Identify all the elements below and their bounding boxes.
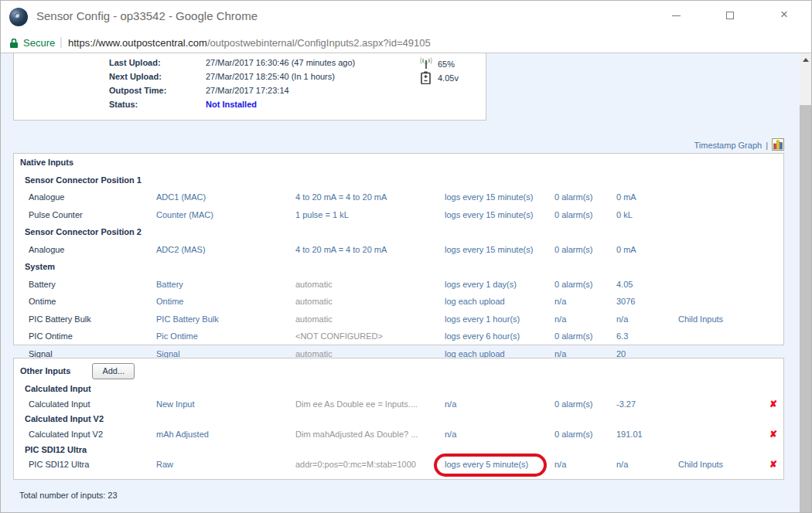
status-row-label: Last Upload: [109, 56, 161, 70]
input-group-header: Sensor Connector Position 1 [14, 172, 783, 189]
input-row: Pulse CounterCounter (MAC)1 pulse = 1 kL… [14, 206, 783, 224]
padlock-icon [9, 38, 19, 49]
input-row: AnalogueADC2 (MAS)4 to 20 mA = 4 to 20 m… [14, 241, 783, 259]
input-config: 4 to 20 mA = 4 to 20 mA [295, 241, 387, 259]
input-group-header: System [14, 258, 783, 276]
input-alarms: 0 alarm(s) [554, 276, 593, 294]
input-name-link[interactable]: mAh Adjusted [156, 427, 209, 443]
child-inputs-link[interactable]: Child Inputs [678, 457, 723, 473]
input-group-header: Calculated Input V2 [14, 412, 783, 427]
input-group-header: Sensor Connector Position 2 [14, 223, 783, 241]
input-row: BatteryBatteryautomaticlogs every 1 day(… [14, 276, 783, 294]
input-config: 4 to 20 mA = 4 to 20 mA [295, 189, 387, 206]
status-row-label: Outpost Time: [109, 83, 166, 97]
status-row-value: 27/Mar/2017 17:23:14 [206, 83, 289, 97]
status-row-value: 27/Mar/2017 18:25:40 (In 1 hours) [206, 70, 335, 83]
input-config: Dim mahAdjusted As Double? ... [295, 427, 418, 443]
input-type-label: Calculated Input [29, 397, 90, 413]
input-name-link[interactable]: Battery [156, 276, 183, 294]
status-row-value: 27/Mar/2017 16:30:46 (47 minutes ago) [206, 56, 355, 70]
graph-link-row: Timestamp Graph| [694, 138, 784, 152]
minimize-button[interactable] [663, 1, 689, 29]
input-name-link[interactable]: PIC Battery Bulk [156, 311, 219, 328]
input-config: automatic [295, 276, 333, 294]
vertical-scrollbar[interactable] [800, 53, 812, 513]
input-name-link[interactable]: Ontime [156, 293, 183, 311]
input-alarms: n/a [554, 293, 566, 311]
total-inputs-label: Total number of inputs: 23 [19, 491, 118, 500]
delete-input-button[interactable]: ✘ [769, 427, 777, 443]
input-logging: logs every 6 hour(s) [445, 328, 520, 345]
input-config: automatic [295, 293, 333, 311]
input-row: Calculated Input V2mAh AdjustedDim mahAd… [14, 427, 783, 443]
input-type-label: Ontime [29, 293, 56, 311]
input-type-label: Battery [29, 276, 56, 294]
antenna-icon [419, 57, 433, 70]
input-name-link[interactable]: Raw [156, 457, 173, 473]
input-name-link[interactable]: ADC1 (MAC) [156, 189, 206, 206]
input-logging: logs every 15 minute(s) [445, 241, 533, 259]
graph-link-separator: | [766, 141, 768, 150]
url-path: /outpostwebinternal/ConfigInputs2.aspx?i… [207, 37, 431, 49]
signal-percentage: 65% [438, 57, 455, 71]
title-bar: Sensor Config - op33542 - Google Chrome … [1, 1, 811, 33]
input-name-link[interactable]: Pic Ontime [156, 328, 198, 345]
input-row: PIC Battery BulkPIC Battery Bulkautomati… [14, 311, 783, 328]
input-current-value: 0 mA [616, 241, 636, 259]
input-logging: n/a [445, 397, 456, 413]
input-row: OntimeOntimeautomaticlog each uploadn/a3… [14, 293, 783, 311]
status-row-label: Status: [109, 97, 138, 111]
page-content: Last Upload:27/Mar/2017 16:30:46 (47 min… [1, 53, 812, 513]
bar-chart-icon[interactable] [772, 138, 784, 151]
delete-input-button[interactable]: ✘ [769, 457, 777, 473]
input-group-header: PIC SDI12 Ultra [14, 443, 783, 458]
input-logging: logs every 15 minute(s) [445, 206, 533, 224]
input-logging: n/a [445, 427, 456, 443]
input-type-label: PIC SDI12 Ultra [29, 457, 89, 473]
scroll-up-arrow-icon[interactable] [800, 53, 812, 66]
input-row: PIC SDI12 UltraRawaddr=0:pos=0:mc=M:stab… [14, 457, 783, 473]
input-name-link[interactable]: Counter (MAC) [156, 206, 213, 224]
input-alarms: 0 alarm(s) [554, 328, 593, 345]
input-type-label: Analogue [29, 241, 65, 259]
input-config: automatic [295, 311, 333, 328]
battery-voltage: 4.05v [438, 71, 459, 85]
battery-icon [421, 71, 431, 84]
input-type-label: PIC Battery Bulk [29, 311, 91, 328]
input-config: <NOT CONFIGURED> [295, 328, 383, 345]
other-inputs-panel: Other InputsAdd...Calculated InputCalcul… [13, 358, 784, 480]
section-title: Native Inputs [20, 158, 73, 167]
input-logging: logs every 1 hour(s) [445, 311, 520, 328]
url-text[interactable]: https://www.outpostcentral.com/outpostwe… [68, 37, 431, 49]
input-current-value: -3.27 [616, 397, 636, 413]
input-name-link[interactable]: New Input [156, 397, 195, 413]
timestamp-graph-link[interactable]: Timestamp Graph [694, 141, 763, 150]
input-current-value: 0 mA [616, 189, 636, 206]
status-badge: Not Installed [206, 97, 257, 111]
input-current-value: n/a [616, 311, 628, 328]
input-logging: logs every 5 minute(s) [445, 457, 528, 473]
url-bar[interactable]: Secure | https://www.outpostcentral.com/… [1, 33, 811, 53]
input-logging: logs every 1 day(s) [445, 276, 517, 294]
input-current-value: 3076 [616, 293, 635, 311]
close-button[interactable]: × [771, 1, 797, 29]
add-input-button[interactable]: Add... [92, 363, 135, 379]
input-alarms: n/a [554, 311, 566, 328]
input-row: Calculated InputNew InputDim ee As Doubl… [14, 397, 783, 413]
delete-input-button[interactable]: ✘ [769, 397, 777, 413]
input-name-link[interactable]: ADC2 (MAS) [156, 241, 206, 259]
section-title: Other Inputs [20, 366, 70, 375]
input-alarms: 0 alarm(s) [554, 427, 593, 443]
child-inputs-link[interactable]: Child Inputs [678, 311, 723, 328]
input-alarms: n/a [554, 457, 566, 473]
input-logging: logs every 15 minute(s) [445, 189, 533, 206]
window-title: Sensor Config - op33542 - Google Chrome [36, 9, 258, 22]
input-config: 1 pulse = 1 kL [295, 206, 349, 224]
input-type-label: Analogue [29, 189, 65, 206]
input-type-label: Pulse Counter [29, 206, 83, 224]
input-group-header: Calculated Input [14, 382, 783, 397]
maximize-button[interactable] [717, 1, 743, 29]
scrollbar-thumb[interactable] [800, 105, 812, 513]
input-config: addr=0:pos=0:mc=M:stab=1000 [295, 457, 416, 473]
url-host: https://www.outpostcentral.com [68, 37, 207, 49]
